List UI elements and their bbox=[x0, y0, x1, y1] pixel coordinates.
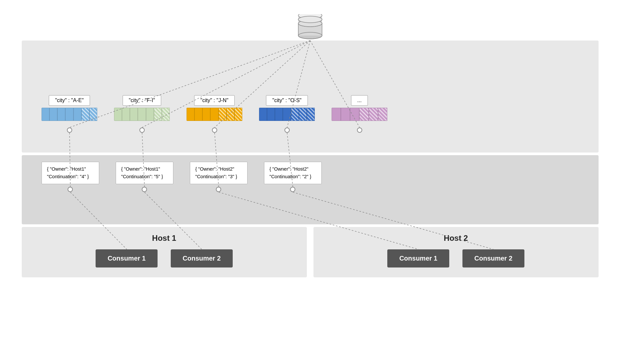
circle-connector-p1 bbox=[67, 127, 72, 133]
seg-solid-p1-0 bbox=[42, 108, 49, 121]
consumer-box-c1: Consumer 1 bbox=[96, 249, 158, 267]
circle-connector-p5 bbox=[357, 127, 362, 133]
seg-solid-p1-1 bbox=[49, 108, 57, 121]
lease-col-l4: { "Owner": "Host2""Continuation": "2" } bbox=[264, 162, 322, 192]
consumer-row-host2: Consumer 1Consumer 2 bbox=[323, 249, 589, 267]
lease-box-l2: { "Owner": "Host1""Continuation": "5" } bbox=[116, 162, 173, 184]
seg-hatch-p5-2 bbox=[378, 108, 387, 121]
seg-solid-p4-0 bbox=[259, 108, 267, 121]
seg-solid-p2-1 bbox=[122, 108, 130, 121]
partition-bar-p3 bbox=[187, 108, 243, 121]
host-panel-host2: Host 2Consumer 1Consumer 2 bbox=[313, 227, 599, 277]
seg-hatch-p1-0 bbox=[81, 108, 89, 121]
seg-solid-p4-3 bbox=[283, 108, 291, 121]
circle-connector-p4 bbox=[284, 127, 290, 133]
seg-solid-p5-1 bbox=[341, 108, 350, 121]
consumer-box-c3: Consumer 1 bbox=[387, 249, 449, 267]
seg-hatch-p3-1 bbox=[226, 108, 234, 121]
partition-label-p4: "city" : "O-S" bbox=[266, 95, 308, 106]
partition-bar-p2 bbox=[114, 108, 170, 121]
partition-label-p1: "city" : "A-E" bbox=[49, 95, 90, 106]
partition-label-p2: "city" : "F-I" bbox=[123, 95, 162, 106]
lease-box-l1: { "Owner": "Host1""Continuation": "4" } bbox=[42, 162, 99, 184]
partition-item-p1: "city" : "A-E" bbox=[42, 95, 98, 133]
seg-solid-p1-2 bbox=[57, 108, 65, 121]
seg-hatch-p5-1 bbox=[369, 108, 378, 121]
seg-hatch-p4-0 bbox=[291, 108, 299, 121]
seg-hatch-p5-0 bbox=[359, 108, 369, 121]
seg-solid-p4-1 bbox=[267, 108, 275, 121]
seg-hatch-p3-0 bbox=[219, 108, 226, 121]
lease-box-l4: { "Owner": "Host2""Continuation": "2" } bbox=[264, 162, 322, 184]
partition-bar-p5 bbox=[332, 108, 388, 121]
lease-col-l1: { "Owner": "Host1""Continuation": "4" } bbox=[42, 162, 99, 192]
lease-circle-l1 bbox=[68, 187, 73, 192]
monitored-panel: "city" : "A-E""city" : "F-I""city" : "J-… bbox=[22, 41, 599, 153]
host-title-host2: Host 2 bbox=[323, 234, 589, 243]
seg-solid-p2-0 bbox=[114, 108, 122, 121]
host-row: Host 1Consumer 1Consumer 2Host 2Consumer… bbox=[22, 227, 599, 277]
lease-col-l3: { "Owner": "Host2""Continuation": "3" } bbox=[190, 162, 248, 192]
consumer-row-host1: Consumer 1Consumer 2 bbox=[32, 249, 297, 267]
seg-solid-p1-3 bbox=[65, 108, 73, 121]
seg-solid-p2-3 bbox=[138, 108, 146, 121]
seg-solid-p1-4 bbox=[74, 108, 81, 121]
database-icon bbox=[295, 14, 325, 41]
seg-solid-p2-2 bbox=[130, 108, 138, 121]
partition-item-p2: "city" : "F-I" bbox=[114, 95, 170, 133]
partition-item-p5: ... bbox=[332, 95, 388, 133]
seg-solid-p3-0 bbox=[187, 108, 194, 121]
lease-circle-l4 bbox=[290, 187, 295, 192]
seg-hatch-p1-1 bbox=[89, 108, 97, 121]
seg-solid-p5-2 bbox=[350, 108, 359, 121]
seg-hatch-p3-2 bbox=[234, 108, 242, 121]
lease-circle-l2 bbox=[142, 187, 147, 192]
partition-row: "city" : "A-E""city" : "F-I""city" : "J-… bbox=[42, 95, 592, 133]
lease-panel: { "Owner": "Host1""Continuation": "4" }{… bbox=[22, 155, 599, 224]
svg-point-11 bbox=[298, 16, 322, 23]
seg-hatch-p4-1 bbox=[299, 108, 307, 121]
seg-solid-p3-2 bbox=[202, 108, 210, 121]
lease-box-l3: { "Owner": "Host2""Continuation": "3" } bbox=[190, 162, 248, 184]
circle-connector-p3 bbox=[212, 127, 217, 133]
consumer-box-c4: Consumer 2 bbox=[462, 249, 524, 267]
seg-solid-p2-4 bbox=[146, 108, 154, 121]
diagram-wrapper: "city" : "A-E""city" : "F-I""city" : "J-… bbox=[22, 14, 599, 350]
seg-solid-p4-2 bbox=[275, 108, 283, 121]
partition-item-p3: "city" : "J-N" bbox=[187, 95, 243, 133]
partition-label-p5: ... bbox=[351, 95, 368, 106]
partition-bar-p4 bbox=[259, 108, 315, 121]
seg-solid-p3-1 bbox=[194, 108, 202, 121]
consumer-box-c2: Consumer 2 bbox=[171, 249, 233, 267]
partition-item-p4: "city" : "O-S" bbox=[259, 95, 315, 133]
partition-bar-p1 bbox=[42, 108, 98, 121]
lease-col-l2: { "Owner": "Host1""Continuation": "5" } bbox=[116, 162, 173, 192]
lease-circle-l3 bbox=[216, 187, 221, 192]
seg-solid-p5-0 bbox=[332, 108, 341, 121]
seg-hatch-p2-0 bbox=[154, 108, 162, 121]
seg-solid-p3-3 bbox=[210, 108, 218, 121]
seg-hatch-p2-1 bbox=[162, 108, 170, 121]
circle-connector-p2 bbox=[139, 127, 145, 133]
host-title-host1: Host 1 bbox=[32, 234, 297, 243]
partition-label-p3: "city" : "J-N" bbox=[194, 95, 235, 106]
host-panel-host1: Host 1Consumer 1Consumer 2 bbox=[22, 227, 307, 277]
lease-row: { "Owner": "Host1""Continuation": "4" }{… bbox=[42, 162, 592, 192]
seg-hatch-p4-2 bbox=[307, 108, 315, 121]
